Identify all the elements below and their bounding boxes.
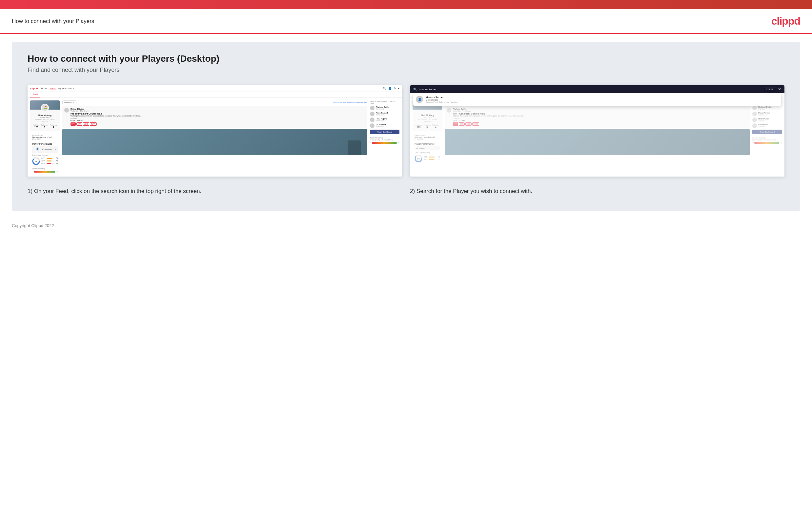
player-acts-2-4: Activities: 1 xyxy=(758,126,768,128)
tag-putt: PUTT xyxy=(90,122,97,126)
player-avatar-1 xyxy=(370,106,375,110)
screenshot-2-wrapper: clippd Home Teams My Performance 🔍 👤 ⚙ ● xyxy=(410,85,784,166)
player-performance-section: Player Performance 👤 Eli Vincent ▼ Total… xyxy=(30,141,60,166)
activity-item: Richard Butler Yesterday - The Grove Pre… xyxy=(62,106,367,128)
course-image-2 xyxy=(445,129,750,155)
player-acts-2-3: Activities: 3 xyxy=(758,120,769,122)
top-bar xyxy=(0,0,812,9)
user-icon[interactable]: 👤 xyxy=(388,87,392,90)
feed-tab[interactable]: Feed xyxy=(30,92,40,97)
search-clear-btn[interactable]: CLEAR xyxy=(765,88,775,91)
stat-activities: Activities 129 xyxy=(33,124,40,128)
pp-name-2: Eli Vincent xyxy=(416,147,425,149)
main-subtitle: Find and connect with your Players xyxy=(28,67,784,74)
mini-right-col: Most Active Players - Last 30 days Richa… xyxy=(370,100,399,174)
act-tags-2: OTT APP ARG PUTT xyxy=(453,122,523,126)
activity-location: Yesterday - The Grove xyxy=(70,110,141,112)
pp-dropdown-icon[interactable]: ▼ xyxy=(55,149,56,151)
heatmap-bar-2: -5 +5 xyxy=(752,142,782,144)
search-result-dropdown: 👤 Marcus Turner 1-5 Handicap Cypress Poi… xyxy=(413,93,781,106)
activity-avatar xyxy=(64,108,69,113)
activity-avatar-2 xyxy=(447,108,451,113)
nav-home[interactable]: Home xyxy=(41,87,47,90)
profile-club-2: Mill Ride Golf Club, United Kingdom xyxy=(415,119,440,122)
tag-arg-2: ARG xyxy=(465,122,472,126)
team-heatmap-left: Team Heatmap -5 +5 xyxy=(30,166,60,174)
stat-following: Following 4 xyxy=(50,124,57,128)
mini-nav-links-1: Home Teams My Performance xyxy=(41,87,74,90)
screenshot-2: clippd Home Teams My Performance 🔍 👤 ⚙ ● xyxy=(410,85,784,176)
search-magnifier-icon: 🔍 xyxy=(413,88,417,91)
search-result-name[interactable]: Marcus Turner xyxy=(426,96,458,99)
player-avatar-2 xyxy=(370,112,375,116)
following-btn[interactable]: Following ▼ xyxy=(62,100,77,104)
profile-club: Mill Ride Golf Club, United Kingdom xyxy=(32,119,58,122)
mini-content-1: ⛳ Blair McHarg Golf Coach Mill Ride Golf… xyxy=(28,98,402,176)
search-query[interactable]: Marcus Turner xyxy=(420,88,762,91)
dur-val-2: 02 hr : 00 min xyxy=(453,120,523,121)
avatar-icon[interactable]: ● xyxy=(398,87,399,90)
profile-card-2: Blair McHarg Golf Coach Mill Ride Golf C… xyxy=(413,110,442,131)
arg-bar: ARG 64 xyxy=(41,162,58,164)
heatmap-bar: -5 +5 xyxy=(32,171,58,173)
player-acts-2-1: Activities: 7 xyxy=(758,108,772,110)
search-result-club: Cypress Point Club, United Kingdom xyxy=(426,101,458,103)
desc-1-text: On your Feed, click on the search icon i… xyxy=(34,188,201,194)
pp-title-2: Player Performance xyxy=(415,143,440,145)
right-heatmap-track xyxy=(372,142,397,144)
search-bar: 🔍 Marcus Turner CLEAR ✕ xyxy=(410,85,784,93)
player-performance-player: 👤 Eli Vincent ▼ xyxy=(32,146,58,153)
player-performance-title: Player Performance xyxy=(32,143,58,145)
player-avatar-3 xyxy=(370,118,375,122)
desc-2-number: 2) xyxy=(410,188,417,194)
mini-left-col: ⛳ Blair McHarg Golf Coach Mill Ride Golf… xyxy=(30,100,60,174)
activity-detail-2: Richard Butler Yesterday - The Grove Pre… xyxy=(453,108,523,126)
team-dashboard-btn[interactable]: Team Dashboard xyxy=(370,130,399,134)
mini-nav-icons-1: 🔍 👤 ⚙ ● xyxy=(383,87,399,90)
mini-right-col-2: Most Active Players - Last 30 days Richa… xyxy=(752,100,782,164)
quality-label-2: Total Player Quality xyxy=(415,152,440,154)
player-item-2-4: Eli Vincent Activities: 1 xyxy=(752,123,782,128)
activity-tags: OTT APP ARG PUTT xyxy=(70,122,141,126)
pp-player-name: Eli Vincent xyxy=(42,149,51,151)
mini-app-1: clippd Home Teams My Performance 🔍 👤 ⚙ ● xyxy=(28,85,402,176)
player-avatar-4 xyxy=(370,123,375,128)
team-dashboard-btn-2: Team Dashboard xyxy=(752,130,782,134)
feed-tabs: Feed xyxy=(28,92,402,98)
nav-my-performance[interactable]: My Performance xyxy=(58,87,74,90)
player-info-2-2: Piers Parnell Activities: 4 xyxy=(758,112,770,116)
mini-center-col: Following ▼ Control who can see your act… xyxy=(62,100,367,174)
activity-detail: Richard Butler Yesterday - The Grove Pre… xyxy=(70,108,141,126)
latest-activity: Latest Activity Afternoon round of golf … xyxy=(30,133,60,141)
mini-nav-1: clippd Home Teams My Performance 🔍 👤 ⚙ ● xyxy=(28,85,402,92)
control-link[interactable]: Control who can see your activity and da… xyxy=(333,101,367,103)
tag-app: APP xyxy=(77,122,82,126)
search-close-btn[interactable]: ✕ xyxy=(778,87,781,92)
player-avatar-2-4 xyxy=(752,123,757,128)
profile-banner: ⛳ xyxy=(30,100,60,110)
description-2: 2) Search for the Player you wish to con… xyxy=(410,187,784,196)
quality-label: Total Player Quality xyxy=(32,154,58,156)
footer: Copyright Clippd 2022 xyxy=(0,219,812,232)
player-item-1: Richard Butler Activities: 7 xyxy=(370,106,399,110)
heatmap-track-2 xyxy=(754,142,779,144)
tag-ott-2: OTT xyxy=(453,122,458,126)
settings-icon[interactable]: ⚙ xyxy=(393,87,396,90)
pp-player-avatar: 👤 xyxy=(36,147,39,151)
person-silhouette xyxy=(348,140,361,155)
tag-ott: OTT xyxy=(70,122,76,126)
latest-act-date-2: 27 Jul 2022 xyxy=(415,138,440,140)
logo: clippd xyxy=(771,15,800,27)
tag-putt-2: PUTT xyxy=(472,122,479,126)
desc-1-number: 1) xyxy=(28,188,34,194)
pp-dropdown-2: ▼ xyxy=(437,147,439,149)
stat-fing-2: Following 4 xyxy=(432,124,439,128)
main-title: How to connect with your Players (Deskto… xyxy=(28,53,784,64)
player-info-1: Richard Butler Activities: 7 xyxy=(376,106,389,110)
heatmap-neg: -5 xyxy=(32,171,34,173)
heatmap-section-sub: Player Quality · 20 Round Trend xyxy=(370,139,399,141)
search-icon[interactable]: 🔍 xyxy=(383,87,386,90)
player-item-2-3: Hiral Pujara Activities: 3 xyxy=(752,118,782,122)
nav-teams[interactable]: Teams xyxy=(50,87,56,90)
gauge-2: 84 xyxy=(415,155,422,162)
